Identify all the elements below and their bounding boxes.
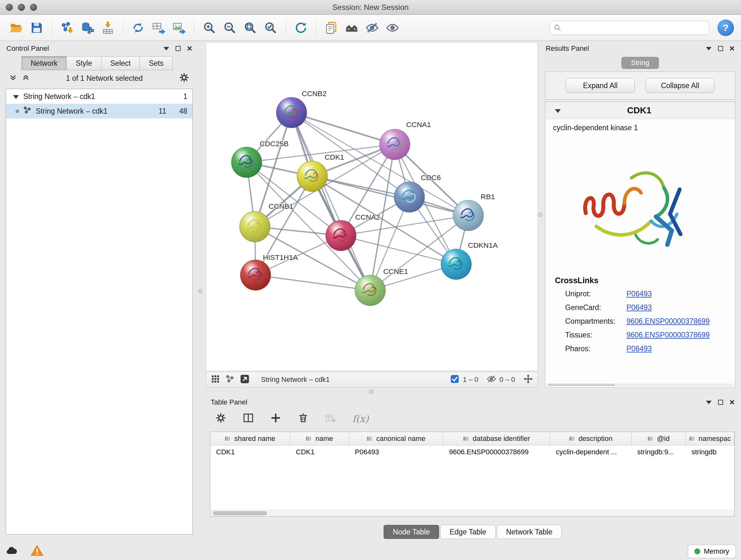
show-graphics-details-button[interactable] — [383, 18, 402, 37]
column-header-shared-name[interactable]: shared name — [210, 432, 290, 445]
close-window-button[interactable] — [6, 4, 13, 11]
network-options-gear-icon[interactable] — [179, 72, 190, 84]
save-session-button[interactable] — [27, 18, 46, 37]
column-header-name[interactable]: name — [290, 432, 349, 445]
tab-node-table[interactable]: Node Table — [384, 525, 439, 539]
export-image-button[interactable] — [170, 18, 188, 37]
network-canvas[interactable]: CCNB2CCNA1CDC25BCDK1CDC6RB1CCNB1CCNA2CDK… — [206, 43, 537, 371]
column-header-database-identifier[interactable]: database identifier — [443, 432, 550, 445]
zoom-window-button[interactable] — [30, 4, 37, 11]
column-header-at-id[interactable]: @id — [631, 432, 686, 445]
table-horizontal-scrollbar[interactable] — [210, 510, 734, 516]
node-section-header[interactable]: CDK1 — [545, 102, 735, 119]
network-node-RB1[interactable]: RB1 — [453, 192, 495, 231]
import-network-file-button[interactable] — [58, 18, 76, 37]
crosslink-row: Uniprot: P06493 — [545, 287, 735, 301]
crosslink-genecard-link[interactable]: P06493 — [626, 303, 652, 312]
zoom-in-button[interactable] — [200, 18, 219, 37]
zoom-selected-button[interactable] — [261, 18, 280, 37]
collapse-all-networks-icon[interactable] — [22, 73, 30, 83]
crosslink-tissues-link[interactable]: 9606.ENSP00000378699 — [626, 331, 710, 339]
expand-all-networks-icon[interactable] — [9, 73, 17, 83]
horizontal-scrollbar[interactable] — [547, 383, 734, 386]
crosslink-uniprot-link[interactable]: P06493 — [626, 290, 652, 298]
expand-all-button[interactable]: Expand All — [566, 78, 635, 93]
zoom-out-button[interactable] — [220, 18, 239, 37]
open-session-button[interactable] — [7, 18, 25, 37]
tab-sets[interactable]: Sets — [139, 56, 173, 70]
hidden-elements-icon[interactable] — [487, 374, 496, 385]
network-edge[interactable] — [312, 176, 468, 215]
float-panel-icon[interactable] — [706, 47, 712, 51]
collapse-all-button[interactable]: Collapse All — [646, 78, 715, 93]
new-network-button[interactable] — [129, 18, 147, 37]
splitter-handle[interactable] — [198, 289, 202, 294]
network-node-label: CCNA2 — [355, 213, 380, 221]
hide-annotations-button[interactable] — [363, 18, 381, 37]
minimize-window-button[interactable] — [18, 4, 25, 11]
tab-edge-table[interactable]: Edge Table — [441, 525, 495, 539]
annotation-mode-button[interactable] — [240, 374, 250, 385]
network-node-CCNA1[interactable]: CCNA1 — [380, 120, 431, 160]
column-header-description[interactable]: description — [550, 432, 631, 445]
tab-style[interactable]: Style — [66, 56, 101, 70]
network-node-CDKN1A[interactable]: CDKN1A — [441, 241, 498, 280]
birds-eye-view-icon[interactable] — [211, 374, 220, 385]
crosslink-pharos-link[interactable]: P06493 — [626, 345, 652, 353]
network-edge[interactable] — [256, 275, 370, 291]
table-row[interactable]: CDK1 CDK1 P06493 9606.ENSP00000378699 cy… — [210, 445, 734, 459]
network-node-HIST1H1A[interactable]: HIST1H1A — [240, 253, 298, 291]
cell-shared-name: CDK1 — [210, 445, 290, 459]
help-button[interactable]: ? — [718, 19, 734, 36]
import-table-button[interactable] — [98, 18, 117, 37]
cloud-status-button[interactable] — [5, 544, 18, 558]
network-edge[interactable] — [291, 113, 394, 145]
function-builder-button[interactable]: f(x) — [352, 413, 368, 424]
home-button[interactable] — [342, 18, 361, 37]
refresh-view-button[interactable] — [292, 18, 310, 37]
network-node-CCNB2[interactable]: CCNB2 — [276, 89, 327, 128]
tab-select[interactable]: Select — [101, 56, 140, 70]
float-panel-icon[interactable] — [163, 47, 169, 51]
maximize-panel-icon[interactable] — [176, 46, 181, 51]
warnings-button[interactable] — [30, 544, 44, 558]
collection-expand-caret[interactable] — [13, 95, 19, 99]
table-options-gear-icon[interactable] — [215, 412, 226, 425]
network-node-label: CCNE1 — [383, 267, 408, 275]
crosslink-compartments-link[interactable]: 9606.ENSP00000378699 — [626, 317, 710, 326]
delete-column-trash-icon[interactable] — [297, 412, 309, 425]
splitter-handle[interactable] — [538, 212, 542, 217]
import-network-database-button[interactable] — [78, 18, 97, 37]
scrollbar-thumb[interactable] — [548, 384, 615, 386]
selected-nodes-checkbox[interactable] — [450, 374, 460, 385]
tab-network[interactable]: Network — [21, 56, 67, 70]
tab-network-table[interactable]: Network Table — [497, 525, 562, 539]
column-header-namespace[interactable]: namespac — [686, 432, 734, 445]
memory-button[interactable]: Memory — [688, 545, 736, 558]
float-panel-icon[interactable] — [706, 401, 712, 404]
copy-document-button[interactable] — [322, 18, 340, 37]
column-icon — [689, 435, 695, 442]
fit-content-crosshair-icon[interactable] — [523, 374, 533, 385]
column-header-canonical-name[interactable]: canonical name — [349, 432, 443, 445]
close-panel-icon[interactable]: × — [730, 400, 735, 405]
tab-string[interactable]: String — [621, 57, 659, 69]
splitter-handle[interactable] — [369, 389, 374, 394]
search-input[interactable] — [564, 23, 705, 32]
show-columns-icon[interactable] — [243, 412, 254, 425]
scrollbar-thumb[interactable] — [213, 511, 267, 515]
close-panel-icon[interactable]: × — [187, 46, 192, 51]
maximize-panel-icon[interactable] — [718, 46, 723, 51]
column-label: @id — [657, 435, 670, 443]
network-overview-icon[interactable] — [225, 374, 235, 385]
network-row[interactable]: String Network – cdk1 11 48 — [6, 104, 192, 118]
maximize-panel-icon[interactable] — [718, 400, 723, 405]
network-edge[interactable] — [291, 113, 370, 291]
network-node-CDK1[interactable]: CDK1 — [297, 153, 344, 192]
zoom-fit-button[interactable] — [241, 18, 259, 37]
network-collection-row[interactable]: String Network – cdk1 1 — [6, 89, 192, 104]
close-panel-icon[interactable]: × — [730, 46, 735, 51]
section-collapse-caret[interactable] — [555, 109, 561, 113]
export-table-button[interactable] — [149, 18, 168, 37]
create-column-icon[interactable] — [270, 412, 281, 425]
